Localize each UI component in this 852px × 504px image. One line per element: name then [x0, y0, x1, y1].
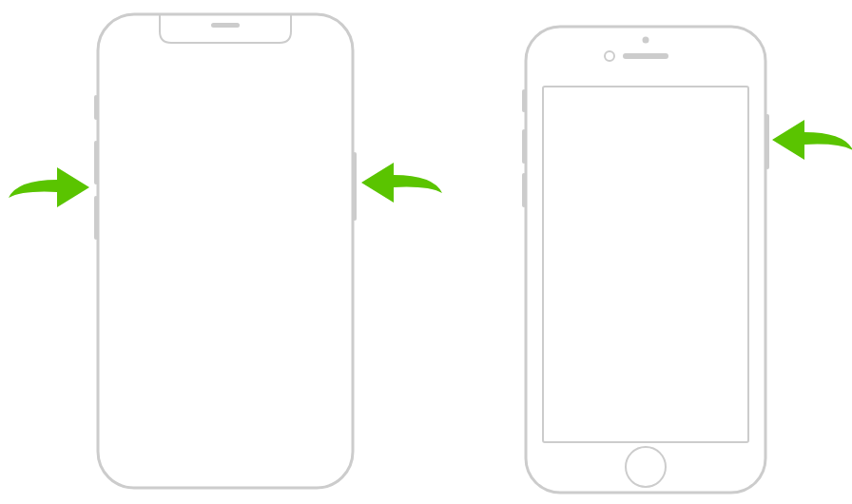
- arrow-right-phone2-icon: [770, 116, 852, 164]
- iphone-home-screen: [543, 87, 748, 442]
- iphone-home-volume-down: [522, 173, 526, 207]
- iphone-home-speaker: [623, 53, 668, 59]
- iphone-home-side-button: [765, 114, 769, 169]
- iphone-home-ringer-switch: [522, 89, 526, 112]
- iphone-home-camera: [605, 51, 614, 61]
- iphone-home-sensor: [643, 37, 649, 44]
- iphone-home-diagram: [0, 0, 852, 504]
- iphone-home-button: [626, 447, 666, 487]
- iphone-home-body: [526, 27, 765, 493]
- iphone-home-volume-up: [522, 129, 526, 164]
